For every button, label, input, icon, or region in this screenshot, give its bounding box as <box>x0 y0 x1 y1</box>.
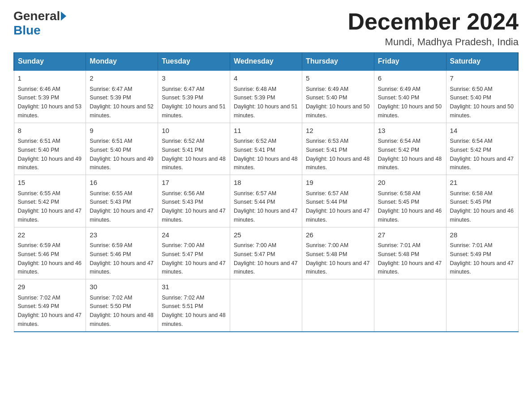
calendar-day-cell: 29Sunrise: 7:02 AM Sunset: 5:49 PM Dayli… <box>14 279 86 332</box>
calendar-day-cell: 18Sunrise: 6:57 AM Sunset: 5:44 PM Dayli… <box>230 175 302 227</box>
calendar-table: SundayMondayTuesdayWednesdayThursdayFrid… <box>13 52 519 332</box>
day-header-friday: Friday <box>374 53 446 71</box>
day-number: 19 <box>306 178 370 188</box>
calendar-day-cell <box>302 279 374 332</box>
calendar-day-cell: 17Sunrise: 6:56 AM Sunset: 5:43 PM Dayli… <box>158 175 230 227</box>
logo-blue-text: Blue <box>13 23 41 38</box>
day-sun-info: Sunrise: 6:57 AM Sunset: 5:44 PM Dayligh… <box>306 190 369 223</box>
calendar-day-cell: 10Sunrise: 6:52 AM Sunset: 5:41 PM Dayli… <box>158 123 230 175</box>
day-sun-info: Sunrise: 6:53 AM Sunset: 5:41 PM Dayligh… <box>306 138 369 171</box>
day-number: 8 <box>18 126 82 136</box>
day-number: 16 <box>90 178 154 188</box>
day-sun-info: Sunrise: 6:47 AM Sunset: 5:39 PM Dayligh… <box>90 86 153 119</box>
calendar-header-row: SundayMondayTuesdayWednesdayThursdayFrid… <box>14 53 518 71</box>
day-number: 4 <box>234 73 298 84</box>
day-sun-info: Sunrise: 6:55 AM Sunset: 5:43 PM Dayligh… <box>90 190 153 223</box>
day-sun-info: Sunrise: 6:55 AM Sunset: 5:42 PM Dayligh… <box>18 190 82 223</box>
day-sun-info: Sunrise: 6:59 AM Sunset: 5:46 PM Dayligh… <box>90 242 153 275</box>
logo-arrow-icon <box>61 12 66 21</box>
day-number: 7 <box>450 73 515 84</box>
calendar-week-row: 1Sunrise: 6:46 AM Sunset: 5:39 PM Daylig… <box>14 70 518 123</box>
day-number: 22 <box>18 230 82 240</box>
day-number: 2 <box>90 73 154 84</box>
day-number: 17 <box>162 178 226 188</box>
location-subtitle: Mundi, Madhya Pradesh, India <box>348 36 519 48</box>
calendar-week-row: 8Sunrise: 6:51 AM Sunset: 5:40 PM Daylig… <box>14 123 518 175</box>
day-sun-info: Sunrise: 6:54 AM Sunset: 5:42 PM Dayligh… <box>450 138 514 171</box>
calendar-day-cell: 13Sunrise: 6:54 AM Sunset: 5:42 PM Dayli… <box>374 123 446 175</box>
day-number: 26 <box>306 230 370 240</box>
calendar-day-cell: 1Sunrise: 6:46 AM Sunset: 5:39 PM Daylig… <box>14 70 86 123</box>
calendar-day-cell: 19Sunrise: 6:57 AM Sunset: 5:44 PM Dayli… <box>302 175 374 227</box>
calendar-day-cell: 16Sunrise: 6:55 AM Sunset: 5:43 PM Dayli… <box>86 175 158 227</box>
day-number: 28 <box>450 230 515 240</box>
day-number: 23 <box>90 230 154 240</box>
calendar-day-cell: 22Sunrise: 6:59 AM Sunset: 5:46 PM Dayli… <box>14 227 86 279</box>
day-number: 3 <box>162 73 226 84</box>
day-sun-info: Sunrise: 6:58 AM Sunset: 5:45 PM Dayligh… <box>450 190 514 223</box>
day-sun-info: Sunrise: 6:48 AM Sunset: 5:39 PM Dayligh… <box>234 86 297 119</box>
day-header-thursday: Thursday <box>302 53 374 71</box>
calendar-day-cell: 9Sunrise: 6:51 AM Sunset: 5:40 PM Daylig… <box>86 123 158 175</box>
day-sun-info: Sunrise: 6:58 AM Sunset: 5:45 PM Dayligh… <box>378 190 442 223</box>
day-sun-info: Sunrise: 7:01 AM Sunset: 5:49 PM Dayligh… <box>450 242 514 275</box>
calendar-day-cell: 23Sunrise: 6:59 AM Sunset: 5:46 PM Dayli… <box>86 227 158 279</box>
day-sun-info: Sunrise: 6:47 AM Sunset: 5:39 PM Dayligh… <box>162 86 225 119</box>
calendar-day-cell: 21Sunrise: 6:58 AM Sunset: 5:45 PM Dayli… <box>446 175 518 227</box>
calendar-day-cell <box>230 279 302 332</box>
calendar-day-cell: 11Sunrise: 6:52 AM Sunset: 5:41 PM Dayli… <box>230 123 302 175</box>
calendar-day-cell: 3Sunrise: 6:47 AM Sunset: 5:39 PM Daylig… <box>158 70 230 123</box>
day-sun-info: Sunrise: 6:54 AM Sunset: 5:42 PM Dayligh… <box>378 138 442 171</box>
day-sun-info: Sunrise: 7:00 AM Sunset: 5:48 PM Dayligh… <box>306 242 369 275</box>
calendar-day-cell: 30Sunrise: 7:02 AM Sunset: 5:50 PM Dayli… <box>86 279 158 332</box>
day-number: 11 <box>234 126 298 136</box>
calendar-day-cell: 27Sunrise: 7:01 AM Sunset: 5:48 PM Dayli… <box>374 227 446 279</box>
day-header-wednesday: Wednesday <box>230 53 302 71</box>
day-number: 29 <box>18 282 82 292</box>
day-sun-info: Sunrise: 7:02 AM Sunset: 5:49 PM Dayligh… <box>18 295 82 327</box>
logo-general-text: General <box>13 9 60 23</box>
calendar-day-cell: 12Sunrise: 6:53 AM Sunset: 5:41 PM Dayli… <box>302 123 374 175</box>
day-header-sunday: Sunday <box>14 53 86 71</box>
day-number: 1 <box>18 73 82 84</box>
title-section: December 2024 Mundi, Madhya Pradesh, Ind… <box>348 9 519 48</box>
day-number: 6 <box>378 73 442 84</box>
logo: General Blue <box>13 9 67 38</box>
day-sun-info: Sunrise: 7:00 AM Sunset: 5:47 PM Dayligh… <box>162 242 225 275</box>
day-number: 25 <box>234 230 298 240</box>
page-header: General Blue December 2024 Mundi, Madhya… <box>13 9 519 48</box>
calendar-week-row: 22Sunrise: 6:59 AM Sunset: 5:46 PM Dayli… <box>14 227 518 279</box>
calendar-day-cell: 31Sunrise: 7:02 AM Sunset: 5:51 PM Dayli… <box>158 279 230 332</box>
day-number: 15 <box>18 178 82 188</box>
calendar-day-cell <box>374 279 446 332</box>
day-number: 10 <box>162 126 226 136</box>
calendar-week-row: 29Sunrise: 7:02 AM Sunset: 5:49 PM Dayli… <box>14 279 518 332</box>
calendar-day-cell: 8Sunrise: 6:51 AM Sunset: 5:40 PM Daylig… <box>14 123 86 175</box>
day-sun-info: Sunrise: 6:59 AM Sunset: 5:46 PM Dayligh… <box>18 242 82 275</box>
day-sun-info: Sunrise: 6:51 AM Sunset: 5:40 PM Dayligh… <box>90 138 153 171</box>
calendar-day-cell <box>446 279 518 332</box>
day-sun-info: Sunrise: 6:51 AM Sunset: 5:40 PM Dayligh… <box>18 138 82 171</box>
day-sun-info: Sunrise: 6:49 AM Sunset: 5:40 PM Dayligh… <box>378 86 442 119</box>
calendar-day-cell: 15Sunrise: 6:55 AM Sunset: 5:42 PM Dayli… <box>14 175 86 227</box>
day-header-saturday: Saturday <box>446 53 518 71</box>
calendar-day-cell: 25Sunrise: 7:00 AM Sunset: 5:47 PM Dayli… <box>230 227 302 279</box>
calendar-day-cell: 5Sunrise: 6:49 AM Sunset: 5:40 PM Daylig… <box>302 70 374 123</box>
day-sun-info: Sunrise: 7:01 AM Sunset: 5:48 PM Dayligh… <box>378 242 442 275</box>
calendar-day-cell: 7Sunrise: 6:50 AM Sunset: 5:40 PM Daylig… <box>446 70 518 123</box>
day-number: 12 <box>306 126 370 136</box>
calendar-day-cell: 20Sunrise: 6:58 AM Sunset: 5:45 PM Dayli… <box>374 175 446 227</box>
day-sun-info: Sunrise: 6:52 AM Sunset: 5:41 PM Dayligh… <box>162 138 225 171</box>
day-number: 5 <box>306 73 370 84</box>
day-number: 31 <box>162 282 226 292</box>
day-number: 9 <box>90 126 154 136</box>
day-sun-info: Sunrise: 6:50 AM Sunset: 5:40 PM Dayligh… <box>450 86 514 119</box>
calendar-day-cell: 26Sunrise: 7:00 AM Sunset: 5:48 PM Dayli… <box>302 227 374 279</box>
calendar-week-row: 15Sunrise: 6:55 AM Sunset: 5:42 PM Dayli… <box>14 175 518 227</box>
day-number: 27 <box>378 230 442 240</box>
day-number: 24 <box>162 230 226 240</box>
calendar-day-cell: 28Sunrise: 7:01 AM Sunset: 5:49 PM Dayli… <box>446 227 518 279</box>
calendar-day-cell: 24Sunrise: 7:00 AM Sunset: 5:47 PM Dayli… <box>158 227 230 279</box>
day-number: 18 <box>234 178 298 188</box>
calendar-day-cell: 6Sunrise: 6:49 AM Sunset: 5:40 PM Daylig… <box>374 70 446 123</box>
